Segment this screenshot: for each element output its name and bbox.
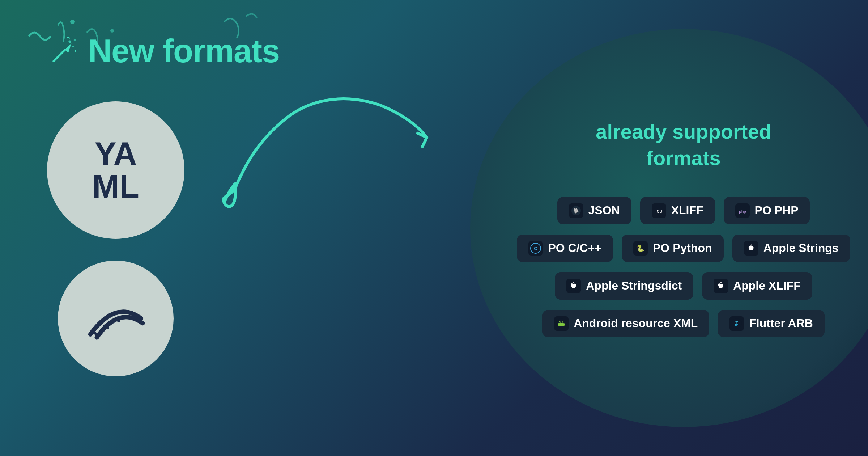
badges-row-3: Apple Stringsdict Apple XLIFF (555, 272, 812, 300)
apple-stringsdict-label: Apple Stringsdict (586, 279, 682, 292)
po-cpp-label: PO C/C++ (548, 241, 601, 255)
badge-apple-xliff: Apple XLIFF (702, 272, 812, 300)
svg-point-3 (72, 45, 74, 47)
cpp-icon: C (528, 241, 543, 256)
badges-container: 🐘 JSON ICU XLIFF php PO PHP C (495, 197, 868, 337)
svg-point-4 (74, 39, 76, 41)
svg-text:C: C (534, 246, 538, 251)
svg-text:ICU: ICU (655, 209, 662, 214)
badge-json: 🐘 JSON (557, 197, 631, 224)
python-icon: 🐍 (633, 241, 648, 256)
apple-strings-label: Apple Strings (763, 241, 839, 255)
svg-point-21 (751, 244, 752, 245)
party-icon (47, 35, 80, 68)
rails-circle (58, 261, 174, 376)
svg-line-9 (136, 318, 140, 320)
badge-xliff: ICU XLIFF (640, 197, 715, 224)
xliff-label: XLIFF (671, 204, 703, 217)
apple-xliff-label: Apple XLIFF (733, 279, 801, 292)
svg-text:php: php (739, 209, 746, 214)
page-title: New formats (88, 33, 280, 70)
svg-line-7 (116, 319, 119, 321)
yaml-label: YAML (92, 138, 139, 203)
svg-line-5 (95, 333, 98, 335)
apple-xliff-icon (714, 279, 728, 293)
rails-icon (83, 293, 148, 344)
svg-point-25 (720, 282, 722, 283)
android-xml-label: Android resource XML (574, 317, 698, 330)
yaml-circle: YAML (47, 101, 184, 239)
badge-android-xml: Android resource XML (542, 310, 709, 337)
supported-formats-circle: already supported formats 🐘 JSON ICU XLI… (470, 29, 868, 427)
php-icon: php (735, 203, 750, 218)
android-icon (554, 316, 569, 331)
json-icon: 🐘 (569, 203, 583, 218)
flutter-arb-label: Flutter ARB (749, 317, 813, 330)
badges-row-2: C PO C/C++ 🐍 PO Python (517, 235, 850, 262)
svg-point-1 (110, 29, 114, 33)
svg-rect-32 (558, 323, 559, 326)
badges-row-4: Android resource XML Flutter ARB (542, 310, 825, 337)
flutter-icon (729, 316, 744, 331)
badge-apple-stringsdict: Apple Stringsdict (555, 272, 693, 300)
badge-apple-strings: Apple Strings (732, 235, 850, 262)
badge-po-cpp: C PO C/C++ (517, 235, 613, 262)
svg-point-23 (573, 282, 574, 283)
po-php-label: PO PHP (755, 204, 799, 217)
json-label: JSON (588, 204, 620, 217)
badge-flutter-arb: Flutter ARB (718, 310, 825, 337)
svg-point-0 (70, 20, 75, 24)
svg-rect-27 (559, 323, 564, 326)
po-python-label: PO Python (653, 241, 712, 255)
badge-po-python: 🐍 PO Python (622, 235, 724, 262)
badge-po-php: php PO PHP (724, 197, 810, 224)
svg-rect-33 (563, 323, 565, 326)
svg-text:🐍: 🐍 (637, 244, 645, 252)
svg-point-2 (68, 40, 71, 43)
new-formats-area: YAML (47, 101, 184, 376)
svg-line-8 (127, 317, 131, 318)
xliff-icon: ICU (652, 203, 666, 218)
supported-heading: already supported formats (596, 119, 771, 172)
badges-row-1: 🐘 JSON ICU XLIFF php PO PHP (557, 197, 810, 224)
title-area: New formats (47, 33, 280, 70)
apple-stringsdict-icon (566, 279, 581, 293)
svg-text:🐘: 🐘 (573, 208, 579, 214)
apple-strings-icon (744, 241, 758, 256)
